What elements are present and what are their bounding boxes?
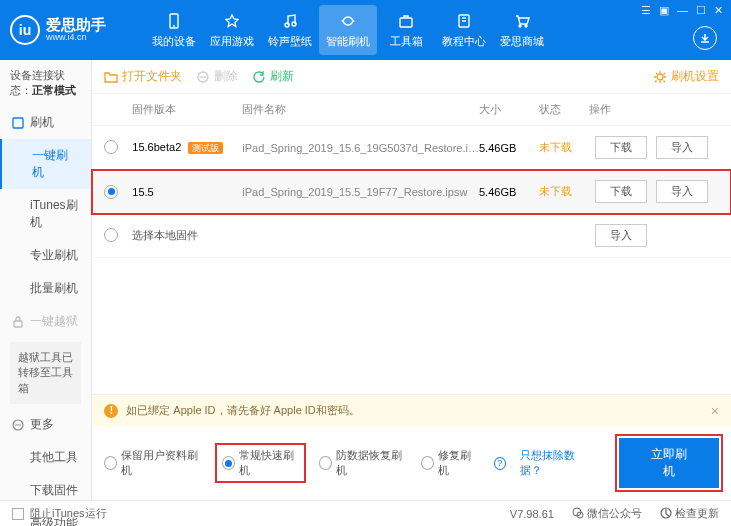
refresh-icon (252, 70, 266, 84)
toolbox-icon (396, 11, 416, 31)
svg-point-2 (285, 23, 289, 27)
skin-icon[interactable]: ▣ (659, 4, 669, 17)
fw-size: 5.46GB (479, 186, 539, 198)
download-icon (699, 32, 711, 44)
wechat-link[interactable]: 微信公众号 (572, 506, 642, 521)
square-icon (12, 117, 24, 129)
close-warning-button[interactable]: × (711, 403, 719, 419)
opt-repair[interactable]: 修复刷机 (421, 448, 478, 478)
block-itunes-label[interactable]: 阻止iTunes运行 (30, 506, 107, 521)
fw-size: 5.46GB (479, 142, 539, 154)
nav-flash[interactable]: 智能刷机 (319, 5, 377, 55)
fw-name: iPad_Spring_2019_15.6_19G5037d_Restore.i… (242, 142, 479, 154)
refresh-button[interactable]: 刷新 (252, 68, 294, 85)
sidebar-group-flash[interactable]: 刷机 (0, 106, 91, 139)
table-header: 固件版本 固件名称 大小 状态 操作 (92, 94, 731, 126)
th-size: 大小 (479, 102, 539, 117)
radio-button[interactable] (222, 456, 235, 470)
info-icon[interactable]: ? (494, 457, 506, 470)
app-url: www.i4.cn (46, 33, 106, 43)
trash-icon (196, 70, 210, 84)
nav-ringtone[interactable]: 铃声壁纸 (261, 5, 319, 55)
download-button[interactable]: 下载 (595, 180, 647, 203)
svg-point-9 (525, 25, 527, 27)
jailbreak-moved-msg: 越狱工具已转移至工具箱 (10, 342, 81, 404)
import-button[interactable]: 导入 (595, 224, 647, 247)
firmware-row[interactable]: 15.6beta2 测试版 iPad_Spring_2019_15.6_19G5… (92, 126, 731, 170)
sidebar-item-pro[interactable]: 专业刷机 (0, 239, 91, 272)
svg-point-15 (19, 424, 21, 426)
open-folder-button[interactable]: 打开文件夹 (104, 68, 182, 85)
radio-button[interactable] (104, 185, 118, 199)
nav-store[interactable]: 爱思商城 (493, 5, 551, 55)
opt-anti-recovery[interactable]: 防数据恢复刷机 (319, 448, 406, 478)
th-version: 固件版本 (132, 102, 242, 117)
fw-status: 未下载 (539, 184, 589, 199)
wechat-icon (572, 507, 584, 519)
warning-banner: ! 如已绑定 Apple ID，请先备好 Apple ID和密码。 × (92, 395, 731, 426)
feedback-button[interactable] (693, 26, 717, 50)
opt-keep-data[interactable]: 保留用户资料刷机 (104, 448, 202, 478)
sidebar-group-jailbreak[interactable]: 一键越狱 (0, 305, 91, 338)
close-icon[interactable]: ✕ (714, 4, 723, 17)
more-icon (12, 419, 24, 431)
fw-version: 15.6beta2 测试版 (132, 141, 242, 155)
nav-tutorial[interactable]: 教程中心 (435, 5, 493, 55)
radio-button[interactable] (421, 456, 434, 470)
import-button[interactable]: 导入 (656, 136, 708, 159)
nav-apps[interactable]: 应用游戏 (203, 5, 261, 55)
nav-my-device[interactable]: 我的设备 (145, 5, 203, 55)
svg-rect-4 (400, 18, 412, 27)
checkbox-icon[interactable] (12, 508, 24, 520)
svg-point-14 (17, 424, 19, 426)
firmware-row[interactable]: 15.5 iPad_Spring_2019_15.5_19F77_Restore… (92, 170, 731, 214)
radio-button[interactable] (104, 228, 118, 242)
update-icon (660, 507, 672, 519)
svg-point-3 (292, 22, 296, 26)
sidebar-item-batch[interactable]: 批量刷机 (0, 272, 91, 305)
check-update-link[interactable]: 检查更新 (660, 506, 719, 521)
flash-settings-button[interactable]: 刷机设置 (653, 68, 719, 85)
fw-version: 15.5 (132, 186, 242, 198)
version-label: V7.98.61 (510, 508, 554, 520)
main-panel: 打开文件夹 删除 刷新 刷机设置 固件版本 固件名称 大小 状态 操作 (92, 60, 731, 500)
radio-button[interactable] (104, 140, 118, 154)
maximize-icon[interactable]: ☐ (696, 4, 706, 17)
svg-rect-10 (13, 118, 23, 128)
music-icon (280, 11, 300, 31)
radio-button[interactable] (319, 456, 332, 470)
svg-point-19 (657, 74, 663, 80)
cart-icon (512, 11, 532, 31)
fw-status: 未下载 (539, 140, 589, 155)
svg-point-8 (519, 25, 521, 27)
minimize-icon[interactable]: — (677, 4, 688, 17)
main-nav: 我的设备 应用游戏 铃声壁纸 智能刷机 工具箱 教程中心 爱思商城 (145, 5, 551, 55)
flash-now-button[interactable]: 立即刷机 (619, 438, 719, 488)
app-logo: iu 爱思助手 www.i4.cn (10, 15, 145, 45)
radio-button[interactable] (104, 456, 117, 470)
th-ops: 操作 (589, 102, 719, 117)
nav-toolbox[interactable]: 工具箱 (377, 5, 435, 55)
sidebar-item-download-fw[interactable]: 下载固件 (0, 474, 91, 507)
sidebar-item-itunes[interactable]: iTunes刷机 (0, 189, 91, 239)
menu-icon[interactable]: ☰ (641, 4, 651, 17)
sidebar-group-more[interactable]: 更多 (0, 408, 91, 441)
erase-only-link[interactable]: 只想抹除数据？ (520, 448, 591, 478)
connection-status: 设备连接状态：正常模式 (0, 60, 91, 106)
gear-icon (653, 70, 667, 84)
local-fw-label: 选择本地固件 (132, 228, 589, 243)
fw-name: iPad_Spring_2019_15.5_19F77_Restore.ipsw (242, 186, 479, 198)
sidebar-item-other[interactable]: 其他工具 (0, 441, 91, 474)
th-name: 固件名称 (242, 102, 479, 117)
opt-normal-fast[interactable]: 常规快速刷机 (216, 444, 305, 482)
app-name: 爱思助手 (46, 17, 106, 34)
local-firmware-row[interactable]: 选择本地固件 导入 (92, 214, 731, 258)
svg-point-13 (15, 424, 17, 426)
window-controls: ☰ ▣ — ☐ ✕ (641, 4, 723, 17)
download-button[interactable]: 下载 (595, 136, 647, 159)
sidebar-item-oneclick[interactable]: 一键刷机 (0, 139, 91, 189)
delete-button[interactable]: 删除 (196, 68, 238, 85)
phone-icon (164, 11, 184, 31)
lock-icon (12, 316, 24, 328)
import-button[interactable]: 导入 (656, 180, 708, 203)
